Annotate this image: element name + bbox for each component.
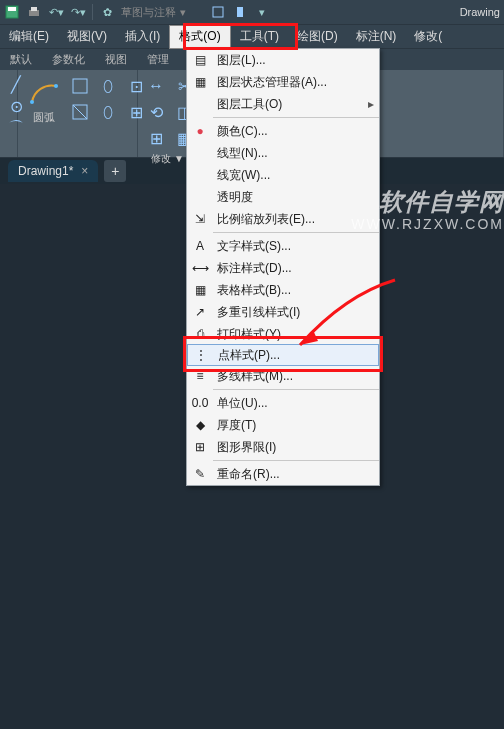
menu-item[interactable]: 线宽(W)... bbox=[187, 164, 379, 186]
title-bar: ↶▾ ↷▾ ✿ 草图与注释 ▾ ▾ Drawing bbox=[0, 0, 504, 24]
qat-icon-1[interactable] bbox=[210, 4, 226, 20]
menu-绘图D[interactable]: 绘图(D) bbox=[288, 25, 347, 49]
menu-item-label: 线型(N)... bbox=[213, 145, 379, 162]
menu-item-label: 标注样式(D)... bbox=[213, 260, 379, 277]
arc-button[interactable]: 圆弧 bbox=[24, 74, 64, 127]
menu-item[interactable]: 透明度 bbox=[187, 186, 379, 208]
svg-rect-3 bbox=[31, 7, 37, 11]
table-icon: ▦ bbox=[187, 283, 213, 297]
menu-格式O[interactable]: 格式(O) bbox=[169, 25, 230, 49]
menu-item[interactable]: ⟷标注样式(D)... bbox=[187, 257, 379, 279]
redo-icon[interactable]: ↷▾ bbox=[70, 4, 86, 20]
watermark-text: 软件自学网 bbox=[379, 186, 504, 218]
menu-item-label: 图层状态管理器(A)... bbox=[213, 74, 379, 91]
menu-item[interactable]: ↗多重引线样式(I) bbox=[187, 301, 379, 323]
menu-编辑E[interactable]: 编辑(E) bbox=[0, 25, 58, 49]
layermgr-icon: ▦ bbox=[187, 75, 213, 89]
menu-标注N[interactable]: 标注(N) bbox=[347, 25, 406, 49]
print-icon[interactable] bbox=[26, 4, 42, 20]
ribbon-btn[interactable] bbox=[68, 100, 92, 124]
menu-item-label: 单位(U)... bbox=[213, 395, 379, 412]
ribbon-tab[interactable]: 管理 bbox=[137, 52, 179, 67]
document-name: Drawing bbox=[460, 6, 500, 18]
ribbon-btn[interactable]: ⬯ bbox=[96, 74, 120, 98]
ribbon-btn[interactable] bbox=[68, 74, 92, 98]
menu-插入I[interactable]: 插入(I) bbox=[116, 25, 169, 49]
menu-item[interactable]: 线型(N)... bbox=[187, 142, 379, 164]
svg-rect-5 bbox=[237, 7, 243, 17]
svg-line-10 bbox=[73, 105, 87, 119]
menu-item[interactable]: ⋮点样式(P)... bbox=[187, 344, 379, 366]
gear-icon[interactable]: ✿ bbox=[99, 4, 115, 20]
ribbon-tab[interactable]: 参数化 bbox=[42, 52, 95, 67]
menu-item-label: 文字样式(S)... bbox=[213, 238, 379, 255]
menu-item[interactable]: ⎙打印样式(Y)... bbox=[187, 323, 379, 345]
layers-icon: ▤ bbox=[187, 53, 213, 67]
point-icon: ⋮ bbox=[188, 348, 214, 362]
ribbon-btn[interactable]: ⬯ bbox=[96, 100, 120, 124]
menu-视图V[interactable]: 视图(V) bbox=[58, 25, 116, 49]
menu-item-label: 表格样式(B)... bbox=[213, 282, 379, 299]
watermark-url: WWW.RJZXW.COM bbox=[351, 216, 504, 232]
units-icon: 0.0 bbox=[187, 396, 213, 410]
svg-rect-8 bbox=[73, 79, 87, 93]
svg-rect-4 bbox=[213, 7, 223, 17]
menu-item-label: 重命名(R)... bbox=[213, 466, 379, 483]
ribbon-tab[interactable]: 视图 bbox=[95, 52, 137, 67]
menu-item-label: 多重引线样式(I) bbox=[213, 304, 379, 321]
rename-icon: ✎ bbox=[187, 467, 213, 481]
submenu-arrow-icon: ▸ bbox=[363, 97, 379, 111]
undo-icon[interactable]: ↶▾ bbox=[48, 4, 64, 20]
save-icon[interactable] bbox=[4, 4, 20, 20]
print-icon: ⎙ bbox=[187, 327, 213, 341]
mleader-icon: ↗ bbox=[187, 305, 213, 319]
menu-item[interactable]: ▦表格样式(B)... bbox=[187, 279, 379, 301]
menu-item[interactable]: ◆厚度(T) bbox=[187, 414, 379, 436]
panel-label: 修改 ▼ bbox=[144, 150, 191, 166]
scale-icon: ⇲ bbox=[187, 212, 213, 226]
menu-item-label: 厚度(T) bbox=[213, 417, 379, 434]
thick-icon: ◆ bbox=[187, 418, 213, 432]
ribbon-btn[interactable]: ⊞ bbox=[144, 126, 168, 150]
menu-item-label: 打印样式(Y)... bbox=[213, 326, 379, 343]
qat-dropdown-icon[interactable]: ▾ bbox=[254, 4, 270, 20]
menu-item[interactable]: ▤图层(L)... bbox=[187, 49, 379, 71]
menu-item[interactable]: ⊞图形界限(I) bbox=[187, 436, 379, 458]
color-icon: ● bbox=[187, 124, 213, 138]
document-tab[interactable]: Drawing1* × bbox=[8, 160, 98, 182]
menu-item[interactable]: ⇲比例缩放列表(E)... bbox=[187, 208, 379, 230]
format-menu: ▤图层(L)...▦图层状态管理器(A)...图层工具(O)▸●颜色(C)...… bbox=[186, 48, 380, 486]
svg-point-6 bbox=[30, 100, 34, 104]
menu-bar: 编辑(E)视图(V)插入(I)格式(O)工具(T)绘图(D)标注(N)修改( bbox=[0, 24, 504, 48]
ribbon-btn[interactable]: ⟲ bbox=[144, 100, 168, 124]
ribbon-btn[interactable]: ↔ bbox=[144, 74, 168, 98]
menu-item[interactable]: ✎重命名(R)... bbox=[187, 463, 379, 485]
svg-point-7 bbox=[54, 84, 58, 88]
menu-item-label: 图层(L)... bbox=[213, 52, 379, 69]
mline-icon: ≡ bbox=[187, 369, 213, 383]
menu-item[interactable]: ≡多线样式(M)... bbox=[187, 365, 379, 387]
menu-item[interactable]: ▦图层状态管理器(A)... bbox=[187, 71, 379, 93]
svg-rect-1 bbox=[8, 7, 16, 11]
add-tab-button[interactable]: + bbox=[104, 160, 126, 182]
menu-item-label: 图层工具(O) bbox=[213, 96, 363, 113]
menu-工具T[interactable]: 工具(T) bbox=[231, 25, 288, 49]
workspace-combo[interactable]: 草图与注释 ▾ bbox=[121, 5, 186, 20]
text-icon: A bbox=[187, 239, 213, 253]
menu-item[interactable]: 图层工具(O)▸ bbox=[187, 93, 379, 115]
menu-item[interactable]: 0.0单位(U)... bbox=[187, 392, 379, 414]
qat-icon-2[interactable] bbox=[232, 4, 248, 20]
menu-修改[interactable]: 修改( bbox=[405, 25, 451, 49]
menu-item-label: 图形界限(I) bbox=[213, 439, 379, 456]
menu-item[interactable]: A文字样式(S)... bbox=[187, 235, 379, 257]
limits-icon: ⊞ bbox=[187, 440, 213, 454]
menu-item-label: 多线样式(M)... bbox=[213, 368, 379, 385]
dim-icon: ⟷ bbox=[187, 261, 213, 275]
menu-item-label: 透明度 bbox=[213, 189, 379, 206]
menu-item-label: 点样式(P)... bbox=[214, 347, 378, 364]
menu-item-label: 线宽(W)... bbox=[213, 167, 379, 184]
ribbon-tab[interactable]: 默认 bbox=[0, 52, 42, 67]
menu-item[interactable]: ●颜色(C)... bbox=[187, 120, 379, 142]
close-icon[interactable]: × bbox=[81, 164, 88, 178]
menu-item-label: 颜色(C)... bbox=[213, 123, 379, 140]
